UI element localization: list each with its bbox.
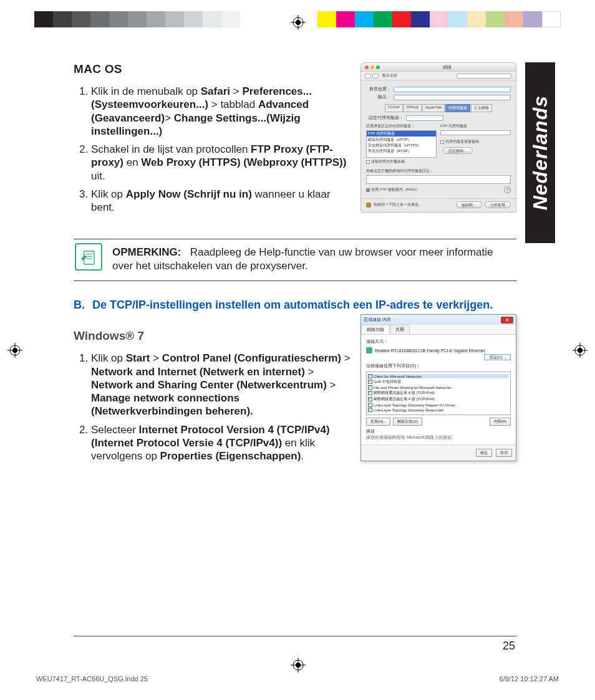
imprint-date: 6/8/12 10:12:27 AM — [500, 675, 559, 683]
proxy-password-checkbox: 代理伺服器需要密碼 — [445, 139, 479, 145]
macos-step-2: Schakel in de lijst van protocollen FTP … — [91, 143, 352, 183]
items-list: Client for Microsoft Networks QoS 封包排程器 … — [366, 372, 511, 415]
show-select — [394, 95, 511, 100]
location-label: 所在位置： — [366, 86, 391, 92]
section-title: De TCP/IP-instellingen instellen om auto… — [92, 299, 516, 312]
win-step-2: Selecteer Internet Protocol Version 4 (T… — [91, 423, 352, 463]
show-label: 顯示： — [366, 94, 391, 100]
win-step-1: Klik op Start > Control Panel (Configura… — [91, 352, 352, 418]
items-label: 這個連線使用下列項目(O)： — [366, 363, 511, 369]
windows7-steps: Klik op Start > Control Panel (Configura… — [74, 352, 352, 463]
windows7-heading: Windows® 7 — [74, 329, 352, 343]
win-tab-networking: 網路功能 — [361, 325, 390, 334]
apply-now-button: 立即套用 — [485, 201, 511, 208]
mac-tab-pppoe: PPPoE — [404, 104, 422, 112]
pasv-checkbox: 使用 FTP 被動模式（PASV） — [371, 187, 420, 193]
item-lltd-mapper: Link-Layer Topology Discovery Mapper I/O… — [374, 403, 455, 407]
registration-mark-icon — [7, 343, 22, 358]
language-tab: Nederlands — [525, 62, 555, 243]
protocols-header: 請選擇要設定的代理伺服器： — [366, 123, 437, 129]
grayscale-swatches — [34, 11, 240, 27]
mac-tab-appletalk: AppleTalk — [422, 104, 445, 112]
imprint-file: WEU7417_RT-AC66U_QSG.indd 25 — [36, 675, 148, 683]
win-title: 區域連線 內容 — [364, 317, 391, 323]
help-icon: ? — [504, 186, 511, 193]
mac-tab-ethernet: 乙太網路 — [471, 104, 492, 112]
registration-mark-icon — [291, 15, 306, 30]
location-select — [394, 87, 511, 92]
imprint-line: WEU7417_RT-AC66U_QSG.indd 25 6/8/12 10:1… — [36, 675, 559, 683]
item-fileprint: File and Printer Sharing for Microsoft N… — [374, 386, 451, 390]
lock-icon — [366, 203, 371, 208]
protocol-http: 網頁代理伺服器（HTTP） — [368, 137, 412, 143]
uninstall-button: 解除安裝(U) — [393, 418, 422, 426]
protocol-https: 安全網頁代理伺服器（HTTPS） — [368, 143, 422, 148]
assist-button: 協助我… — [456, 201, 482, 208]
item-client: Client for Microsoft Networks — [374, 375, 422, 378]
mac-tab-tcpip: TCP/IP — [385, 104, 403, 112]
registration-mark-icon — [291, 658, 306, 673]
mac-tabs: TCP/IP PPPoE AppleTalk 代理伺服器 乙太網路 — [366, 104, 511, 112]
description-label: 描述 — [366, 428, 511, 434]
section-letter: B. — [74, 299, 86, 312]
nav-buttons — [365, 74, 379, 79]
proxy-config-label: 設定代理伺服器： — [366, 115, 404, 121]
ftp-proxy-header: FTP 代理伺服器 — [440, 123, 511, 129]
note-icon — [75, 243, 102, 271]
window-controls — [365, 65, 380, 69]
lock-text: 按鎖頭一下防止進一步更改。 — [374, 202, 422, 208]
mac-tab-proxies: 代理伺服器 — [445, 104, 470, 112]
show-all-button: 顯示全部 — [382, 73, 397, 79]
mac-window-title: 網路 — [443, 64, 452, 70]
bypass-label: 忽略這些主機與網域的代理伺服器設定： — [366, 168, 511, 174]
configure-button: 設定(C)... — [484, 354, 511, 360]
page-number: 25 — [503, 640, 515, 653]
close-icon — [365, 65, 369, 69]
protocol-rtsp: 串流代理伺服器（RTSP） — [368, 148, 412, 154]
note-block: OPMERKING: Raadpleeg de Help-functie van… — [74, 239, 516, 281]
adapter-name: Realtek RTL8168B/8111B Family PCI-E Giga… — [375, 348, 485, 353]
item-qos: QoS 封包排程器 — [374, 379, 401, 385]
win-tab-sharing: 共用 — [390, 325, 410, 334]
ftp-proxy-host-field — [440, 130, 511, 135]
item-ipv6: 網際網路通訊協定第 6 版 (TCP/IPv6) — [374, 390, 435, 396]
item-ipv4: 網際網路通訊協定第 4 版 (TCP/IPv4) — [374, 396, 435, 402]
macos-step-3: Klik op Apply Now (Schrijf nu in) wannee… — [91, 188, 352, 214]
connect-using-label: 連線方式： — [366, 338, 511, 345]
minimize-icon — [370, 65, 374, 69]
protocol-ftp: FTP 代理伺服器 — [367, 131, 436, 137]
close-icon: ✕ — [501, 317, 513, 324]
color-swatches — [317, 11, 561, 27]
footer-rule — [74, 636, 516, 636]
search-field — [456, 74, 512, 79]
description-text: 讓您的電腦能夠存取 Microsoft 網路上的資源。 — [366, 434, 511, 441]
adapter-icon — [366, 347, 372, 353]
macos-heading: MAC OS — [74, 62, 352, 76]
item-lltd-responder: Link-Layer Topology Discovery Responder — [374, 408, 444, 412]
cancel-button: 取消 — [496, 449, 512, 457]
note-text: OPMERKING: Raadpleeg de Help-functie van… — [112, 246, 515, 273]
registration-mark-icon — [573, 343, 588, 358]
language-tab-label: Nederlands — [529, 95, 552, 210]
install-button: 安裝(N)... — [366, 418, 390, 426]
macos-step-1: Klik in de menubalk op Safari > Preferen… — [91, 85, 352, 138]
set-password-button: 設定密碼… — [443, 147, 473, 154]
section-b-heading: B. De TCP/IP-instellingen instellen om a… — [74, 299, 516, 312]
windows-lan-properties-dialog: 區域連線 內容 ✕ 網路功能 共用 連線方式： Realtek RTL8168B… — [360, 314, 516, 461]
bypass-field — [366, 175, 511, 184]
exclude-simple-hostnames: 排除簡單的主機名稱 — [371, 159, 405, 165]
macos-steps: Klik in de menubalk op Safari > Preferen… — [74, 85, 352, 214]
protocols-list: FTP 代理伺服器 網頁代理伺服器（HTTP） 安全網頁代理伺服器（HTTPS）… — [366, 130, 437, 158]
mac-network-dialog: 網路 顯示全部 所在位置： 顯示： — [360, 62, 516, 213]
properties-button: 內容(R) — [490, 418, 511, 426]
ok-button: 確定 — [476, 449, 492, 457]
zoom-icon — [376, 65, 380, 69]
proxy-config-select — [406, 115, 443, 121]
